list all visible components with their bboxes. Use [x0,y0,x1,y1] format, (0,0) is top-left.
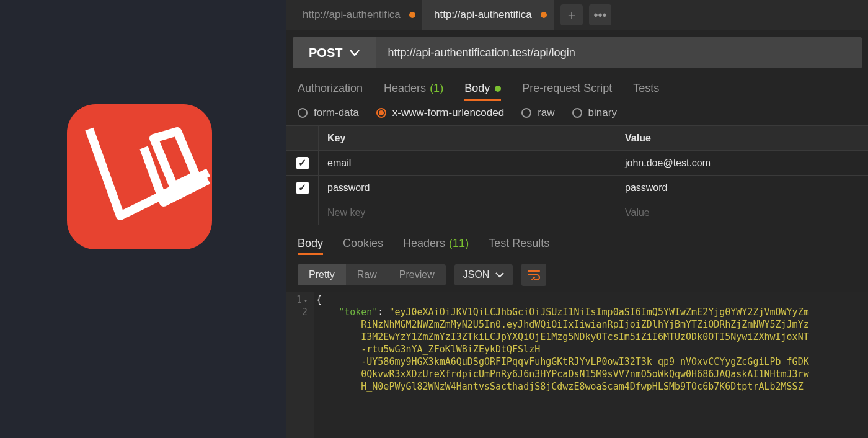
url-value: http://api-authentification.test/api/log… [388,47,575,60]
tab-options-button[interactable]: ••• [589,4,611,25]
unsaved-dot-icon [409,12,415,18]
url-input[interactable]: http://api-authentification.test/api/log… [376,37,862,68]
tab-body[interactable]: Body [464,78,501,101]
radio-urlencoded[interactable]: x-www-form-urlencoded [376,107,504,119]
table-row-new: New key Value [286,200,868,225]
param-value-input[interactable]: password [616,176,868,200]
new-key-input[interactable]: New key [319,200,616,225]
request-tabs: Authorization Headers (1) Body Pre-reque… [286,72,868,101]
body-type-row: form-data x-www-form-urlencoded raw bina… [286,101,868,125]
table-header: Key Value [286,126,868,151]
param-key-input[interactable]: email [319,151,616,175]
wrap-icon [527,269,541,280]
row-checkbox[interactable]: ✓ [296,182,309,194]
json-code: { "token": "eyJ0eXAiOiJKV1QiLCJhbGciOiJS… [314,292,868,438]
row-checkbox[interactable]: ✓ [296,157,309,169]
body-active-indicator [495,86,501,92]
radio-icon [298,108,308,118]
response-controls: Pretty Raw Preview JSON [286,255,868,292]
plus-icon: ＋ [565,7,578,24]
body-params-table: Key Value ✓ email john.doe@test.com ✓ pa… [286,125,868,225]
response-body[interactable]: 1▾ 2 { "token": "eyJ0eXAiOiJKV1QiLCJhbGc… [286,292,868,438]
wrap-lines-button[interactable] [521,264,546,286]
response-tabs: Body Cookies Headers (11) Test Results [286,225,868,255]
col-value: Value [616,126,868,150]
method-select[interactable]: POST [293,37,376,68]
radio-raw[interactable]: raw [521,107,554,119]
check-icon: ✓ [298,182,306,194]
laravel-logo [67,104,212,249]
new-tab-button[interactable]: ＋ [560,4,583,25]
resp-tab-body[interactable]: Body [298,234,323,255]
resp-tab-cookies[interactable]: Cookies [343,234,383,255]
tab-label: http://api-authentifica [303,9,401,21]
view-mode-group: Pretty Raw Preview [298,264,446,285]
tab-authorization[interactable]: Authorization [298,78,363,101]
col-key: Key [319,126,616,150]
table-row: ✓ email john.doe@test.com [286,151,868,176]
radio-form-data[interactable]: form-data [298,107,359,119]
radio-binary[interactable]: binary [572,107,617,119]
param-value-input[interactable]: john.doe@test.com [616,151,868,175]
chevron-down-icon [350,49,360,56]
tab-strip: http://api-authentifica http://api-authe… [286,0,868,30]
tab-pre-request[interactable]: Pre-request Script [522,78,612,101]
tab-tests[interactable]: Tests [633,78,659,101]
ellipsis-icon: ••• [593,8,606,22]
tab-1[interactable]: http://api-authentifica [291,0,423,30]
tab-headers[interactable]: Headers (1) [384,78,443,101]
view-raw[interactable]: Raw [346,264,388,285]
radio-icon [376,108,386,118]
tab-label: http://api-authentifica [434,9,532,21]
unsaved-dot-icon [541,12,547,18]
postman-window: http://api-authentifica http://api-authe… [286,0,868,438]
tab-2[interactable]: http://api-authentifica [423,0,554,30]
chevron-down-icon [495,272,504,278]
param-key-input[interactable]: password [319,176,616,200]
line-gutter: 1▾ 2 [286,292,314,438]
radio-icon [521,108,531,118]
new-value-input[interactable]: Value [616,200,868,225]
format-select[interactable]: JSON [454,264,513,285]
view-preview[interactable]: Preview [388,264,446,285]
resp-tab-test-results[interactable]: Test Results [489,234,549,255]
request-row: POST http://api-authentification.test/ap… [293,37,862,68]
method-label: POST [309,46,342,60]
table-row: ✓ password password [286,176,868,200]
view-pretty[interactable]: Pretty [298,264,346,285]
radio-icon [572,108,582,118]
check-icon: ✓ [298,157,306,169]
resp-tab-headers[interactable]: Headers (11) [403,234,469,255]
